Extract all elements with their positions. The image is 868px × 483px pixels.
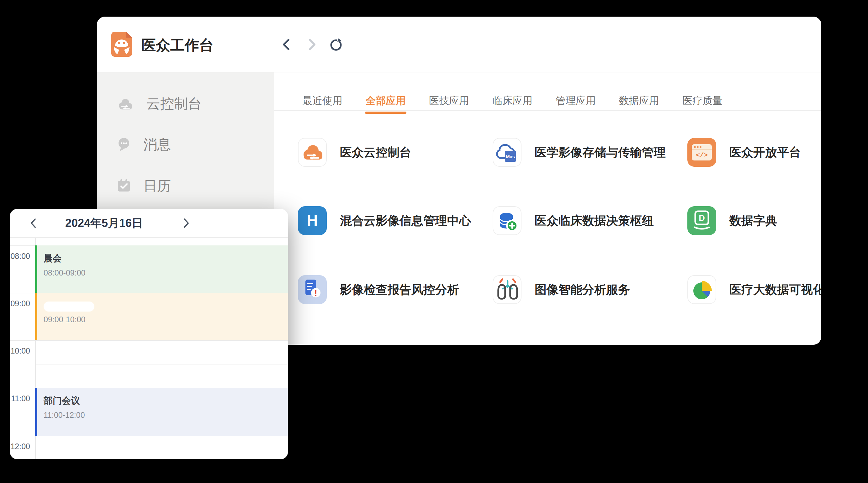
- database-plus-icon: [493, 206, 522, 235]
- app-label: 医疗大数据可视化: [730, 282, 821, 298]
- sidebar-item-label: 日历: [143, 177, 171, 195]
- tab-label: 全部应用: [366, 95, 406, 106]
- calendar-panel: 2024年5月16日 08:00 09:00 10:00 11:00 12:00…: [10, 209, 288, 459]
- app-open-platform[interactable]: </> 医众开放平台: [687, 138, 801, 167]
- calendar-date-title: 2024年5月16日: [44, 216, 164, 231]
- active-tab-underline: [365, 111, 406, 114]
- hour-line-10: [10, 340, 288, 341]
- letter-h-icon: H: [298, 206, 327, 235]
- app-image-ai-analysis[interactable]: 图像智能分析服务: [493, 275, 630, 304]
- tab-recent[interactable]: 最近使用: [302, 94, 342, 108]
- tab-data[interactable]: 数据应用: [619, 94, 659, 108]
- calendar-header: 2024年5月16日: [10, 209, 288, 237]
- calendar-prev-button[interactable]: [28, 217, 40, 229]
- back-button[interactable]: [279, 37, 294, 52]
- tab-management[interactable]: 管理应用: [556, 94, 596, 108]
- calendar-icon: [116, 178, 131, 193]
- app-category-tabs: 最近使用 全部应用 医技应用 临床应用 管理应用 数据应用 医疗质量: [302, 94, 722, 108]
- app-report-risk-analysis[interactable]: ! 影像检查报告风控分析: [298, 275, 459, 304]
- hour-label: 10:00: [10, 346, 30, 355]
- event-time: 11:00-12:00: [43, 411, 288, 420]
- h-badge-text: H: [307, 212, 318, 229]
- hour-label: 12:00: [10, 442, 30, 451]
- app-clinical-data-hub[interactable]: 医众临床数据决策枢纽: [493, 206, 654, 235]
- cloud-mas-icon: Mas: [493, 138, 522, 167]
- sidebar-item-calendar[interactable]: 日历: [116, 176, 171, 196]
- app-imaging-storage[interactable]: Mas 医学影像存储与传输管理: [493, 138, 666, 167]
- calendar-next-button[interactable]: [179, 217, 192, 229]
- half-hour-line-1030: [36, 364, 288, 364]
- app-label: 影像检查报告风控分析: [340, 282, 459, 298]
- d-badge-text: D: [699, 214, 705, 223]
- hour-label: 09:00: [10, 299, 30, 308]
- forward-button[interactable]: [305, 37, 319, 52]
- calendar-event-private[interactable]: 09:00-10:00: [35, 293, 288, 340]
- dictionary-book-icon: D: [687, 206, 716, 235]
- tab-all-apps[interactable]: 全部应用: [366, 94, 406, 108]
- lungs-icon: [493, 275, 522, 304]
- report-alert-icon: !: [298, 275, 327, 304]
- tab-quality[interactable]: 医疗质量: [682, 94, 722, 108]
- page-background: 医众工作台: [0, 0, 868, 483]
- cloud-sliders-icon: [298, 138, 327, 167]
- event-title: 晨会: [43, 252, 288, 265]
- pie-chart-icon: [687, 275, 716, 304]
- calendar-event-department-meeting[interactable]: 部门会议 11:00-12:00: [35, 388, 288, 436]
- app-hybrid-cloud-imaging[interactable]: H 混合云影像信息管理中心: [298, 206, 471, 235]
- app-label: 医众开放平台: [730, 144, 801, 160]
- app-data-dictionary[interactable]: D 数据字典: [687, 206, 777, 235]
- tab-medtech[interactable]: 医技应用: [429, 94, 469, 108]
- hour-label: 11:00: [10, 394, 30, 403]
- hour-label: 08:00: [10, 252, 30, 261]
- app-big-data-visualization[interactable]: 医疗大数据可视化: [687, 275, 821, 304]
- sidebar-item-label: 消息: [143, 135, 171, 154]
- app-title: 医众工作台: [142, 36, 214, 55]
- mas-badge-text: Mas: [506, 154, 515, 159]
- calendar-day-grid: 08:00 09:00 10:00 11:00 12:00 晨会 08:00-0…: [10, 238, 288, 459]
- app-label: 医众云控制台: [340, 144, 411, 160]
- sidebar-item-label: 云控制台: [147, 95, 202, 113]
- code-window-icon: </>: [687, 138, 716, 167]
- alert-badge-text: !: [314, 288, 317, 298]
- app-cloud-console[interactable]: 医众云控制台: [298, 138, 411, 167]
- event-title: 部门会议: [43, 395, 288, 407]
- app-logo-icon: [111, 32, 132, 57]
- sidebar-item-messages[interactable]: 消息: [116, 135, 171, 154]
- app-label: 混合云影像信息管理中心: [340, 213, 471, 229]
- cloud-settings-icon: [116, 97, 134, 111]
- app-label: 医学影像存储与传输管理: [535, 144, 666, 160]
- event-title-redacted: [43, 301, 94, 312]
- hour-line-12: [10, 436, 288, 436]
- message-icon: [116, 137, 131, 152]
- refresh-button[interactable]: [328, 37, 343, 52]
- tabs-divider: [274, 110, 821, 111]
- tab-clinical[interactable]: 临床应用: [492, 94, 532, 108]
- sidebar-item-cloud-console[interactable]: 云控制台: [116, 94, 202, 114]
- app-label: 图像智能分析服务: [535, 282, 630, 298]
- code-badge-text: </>: [696, 152, 708, 159]
- event-time: 09:00-10:00: [43, 315, 288, 324]
- app-label: 数据字典: [730, 213, 777, 229]
- app-label: 医众临床数据决策枢纽: [535, 213, 654, 229]
- calendar-event-morning-meeting[interactable]: 晨会 08:00-09:00: [35, 246, 288, 293]
- event-time: 08:00-09:00: [43, 268, 288, 278]
- window-header: 医众工作台: [97, 17, 821, 72]
